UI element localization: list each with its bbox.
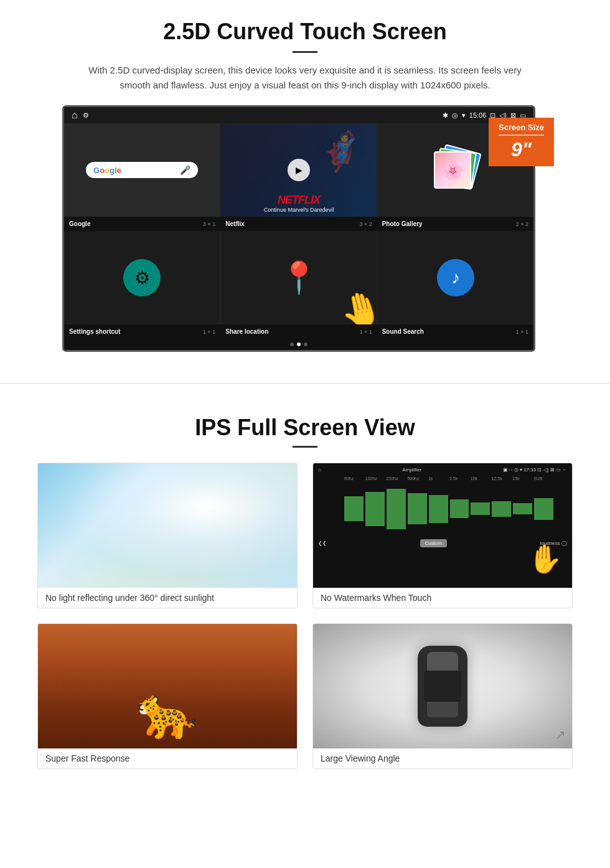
section1-title: 2.5D Curved Touch Screen [37,19,573,45]
settings-icon: ⚙ [123,259,161,296]
maps-icon: 📍 [279,260,318,296]
gallery-app-size: 2 × 2 [516,221,528,227]
play-button[interactable]: ▶ [288,159,310,181]
section-ips-view: IPS Full Screen View No light reflecting… [0,402,610,788]
app-grid-bottom: ⚙ 📍 🤚 ♪ [64,231,533,324]
features-grid: No light reflecting under 360° direct su… [37,463,573,769]
eq-bar-8 [492,501,511,517]
app-label-share: Share location 1 × 1 [220,327,377,336]
app-grid-top: Google 🎤 🦸 ▶ NETFLIX Continu [64,123,533,217]
google-app-name: Google [69,220,90,227]
eq-bar-5 [429,495,448,523]
sunlight-image [38,463,297,588]
eq-bar-3 [387,489,406,529]
section2-divider [293,446,317,448]
car-caption: Large Viewing Angle [313,748,572,768]
amp-icons: ▣ ◦◦ ◎ ▾ 17:33 ⊡ ◁) ⊠ ▭ ← [503,467,567,473]
app-cell-share[interactable]: 📍 🤚 [221,231,377,324]
amp-header: ⌂ Amplifier ▣ ◦◦ ◎ ▾ 17:33 ⊡ ◁) ⊠ ▭ ← [313,463,572,476]
car-rear [427,702,458,717]
dot-3 [304,342,307,346]
home-icon[interactable]: ⌂ [72,110,78,121]
amp-back: ❮❮ [318,540,327,546]
app-labels-top: Google 3 × 1 Netflix 3 × 2 Photo Gallery… [64,217,533,231]
page-divider [0,383,610,384]
pagination-dots [64,339,533,350]
app-labels-bottom: Settings shortcut 1 × 1 Share location 1… [64,324,533,339]
netflix-subtitle: Continue Marvel's Daredevil [226,207,372,213]
daredevil-figure: 🦸 [317,130,364,174]
sunlight-caption: No light reflecting under 360° direct su… [38,588,297,608]
usb-icon: ⚙ [83,111,89,120]
sound-icon: ♪ [437,259,474,296]
feature-card-sunlight: No light reflecting under 360° direct su… [37,463,298,608]
freq-labels: 60hz 100hz 200hz 500hz 1k 2.5k 10k 12.5k… [313,476,572,481]
wifi-icon: ▾ [462,111,466,120]
eq-bar-2 [365,492,385,526]
share-app-size: 1 × 1 [359,329,372,335]
feature-card-cheetah: 🐆 Super Fast Response [37,623,298,769]
feature-card-car: ↗ Large Viewing Angle [312,623,573,769]
section2-title: IPS Full Screen View [37,415,573,441]
eq-bar-6 [450,499,469,518]
app-label-gallery: Photo Gallery 2 × 2 [377,219,533,229]
sound-app-name: Sound Search [382,328,424,335]
eq-bar-7 [471,502,490,515]
car-body [418,646,467,727]
clock: 15:06 [469,111,487,119]
amp-home: ⌂ [318,467,321,473]
touch-hand: 🤚 [336,285,377,324]
eq-bar-9 [513,503,532,514]
app-cell-google[interactable]: Google 🎤 [64,123,220,217]
photo-flower: 🌸 [434,151,471,189]
car-image: ↗ [313,624,572,748]
gallery-app-name: Photo Gallery [382,220,423,227]
bluetooth-icon: ✱ [443,111,448,120]
badge-size: 9" [499,138,544,161]
app-cell-sound[interactable]: ♪ [378,231,533,324]
settings-app-name: Settings shortcut [69,328,120,335]
touch-hand-amp: ✋ [528,542,563,575]
settings-app-size: 1 × 1 [203,329,215,335]
dot-2 [297,342,301,346]
netflix-logo: NETFLIX [226,194,372,207]
app-label-settings: Settings shortcut 1 × 1 [64,327,220,336]
cheetah-caption: Super Fast Response [38,748,297,768]
device-mockup: Screen Size 9" ⌂ ⚙ ✱ ◎ ▾ 15:06 ⊡ ◁) ⊠ [62,105,548,352]
eq-bar-10 [534,498,553,520]
device-screen: ⌂ ⚙ ✱ ◎ ▾ 15:06 ⊡ ◁) ⊠ ▭ [62,105,535,352]
app-label-google: Google 3 × 1 [64,219,220,229]
mic-icon: 🎤 [180,165,190,175]
eq-bar-1 [344,496,364,521]
app-label-netflix: Netflix 3 × 2 [220,219,377,229]
google-app-size: 3 × 1 [203,221,215,227]
badge-title: Screen Size [499,123,544,132]
dot-1 [290,342,294,346]
netflix-app-size: 3 × 2 [359,221,372,227]
screen-size-badge: Screen Size 9" [489,118,554,166]
google-search-bar[interactable]: Google 🎤 [86,162,198,178]
status-bar-left: ⌂ ⚙ [72,110,89,121]
status-bar: ⌂ ⚙ ✱ ◎ ▾ 15:06 ⊡ ◁) ⊠ ▭ [64,107,533,123]
netflix-overlay: NETFLIX Continue Marvel's Daredevil [221,190,377,217]
section-curved-screen: 2.5D Curved Touch Screen With 2.5D curve… [0,0,610,364]
car-top-view [418,646,467,727]
sound-app-size: 1 × 1 [516,329,528,335]
sunlight-gradient [38,463,297,588]
eq-bars [313,481,572,537]
app-cell-netflix[interactable]: 🦸 ▶ NETFLIX Continue Marvel's Daredevil [221,123,377,217]
amp-custom: Custom [420,539,448,547]
app-cell-settings[interactable]: ⚙ [64,231,220,324]
share-app-name: Share location [225,328,268,335]
location-icon: ◎ [452,111,458,120]
section1-description: With 2.5D curved-display screen, this de… [87,63,523,93]
eq-bar-4 [408,493,427,524]
netflix-app-name: Netflix [225,220,245,227]
car-roof [424,671,461,702]
app-label-sound: Sound Search 1 × 1 [377,327,533,336]
amplifier-image: ⌂ Amplifier ▣ ◦◦ ◎ ▾ 17:33 ⊡ ◁) ⊠ ▭ ← 60… [313,463,572,588]
google-logo: Google [93,166,121,175]
feature-card-amplifier: ⌂ Amplifier ▣ ◦◦ ◎ ▾ 17:33 ⊡ ◁) ⊠ ▭ ← 60… [312,463,573,608]
amp-title: Amplifier [402,467,421,473]
cheetah-image: 🐆 [38,624,297,748]
